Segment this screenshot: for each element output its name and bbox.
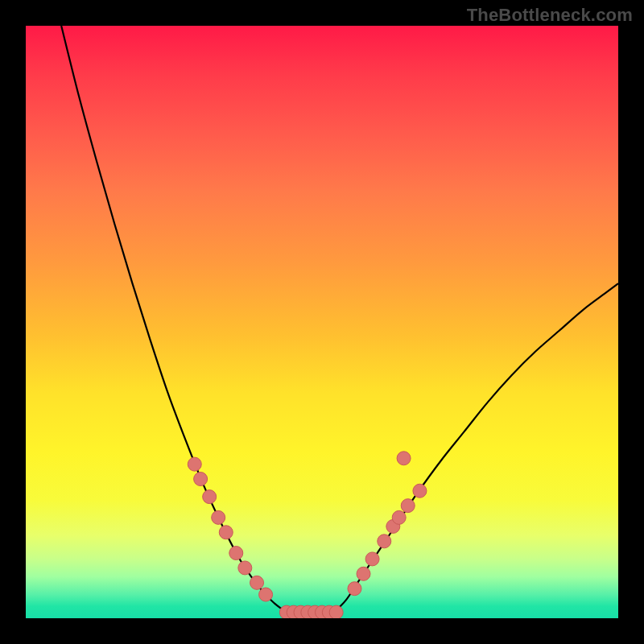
dot-right-5 bbox=[392, 510, 406, 524]
dot-right-8 bbox=[397, 452, 411, 465]
dot-left-5 bbox=[229, 547, 243, 560]
dot-right-6 bbox=[401, 499, 415, 513]
dot-right-2 bbox=[365, 552, 379, 566]
dot-flat-7 bbox=[329, 605, 343, 618]
plot-area bbox=[26, 26, 618, 618]
watermark-text: TheBottleneck.com bbox=[467, 5, 633, 26]
dot-left-2 bbox=[203, 490, 217, 504]
dot-right-3 bbox=[378, 535, 391, 548]
dot-left-8 bbox=[259, 588, 273, 601]
dot-right-7 bbox=[413, 484, 427, 497]
dot-left-1 bbox=[194, 473, 208, 486]
dot-left-0 bbox=[188, 457, 201, 471]
dot-left-3 bbox=[212, 510, 225, 524]
dot-right-1 bbox=[357, 567, 370, 580]
dot-left-6 bbox=[238, 561, 252, 575]
dot-left-4 bbox=[219, 526, 233, 539]
chart-svg bbox=[26, 26, 618, 618]
dot-right-0 bbox=[348, 582, 361, 596]
chart-frame: TheBottleneck.com bbox=[0, 0, 644, 644]
curve-left-curve bbox=[61, 26, 287, 613]
dot-left-7 bbox=[250, 576, 264, 589]
